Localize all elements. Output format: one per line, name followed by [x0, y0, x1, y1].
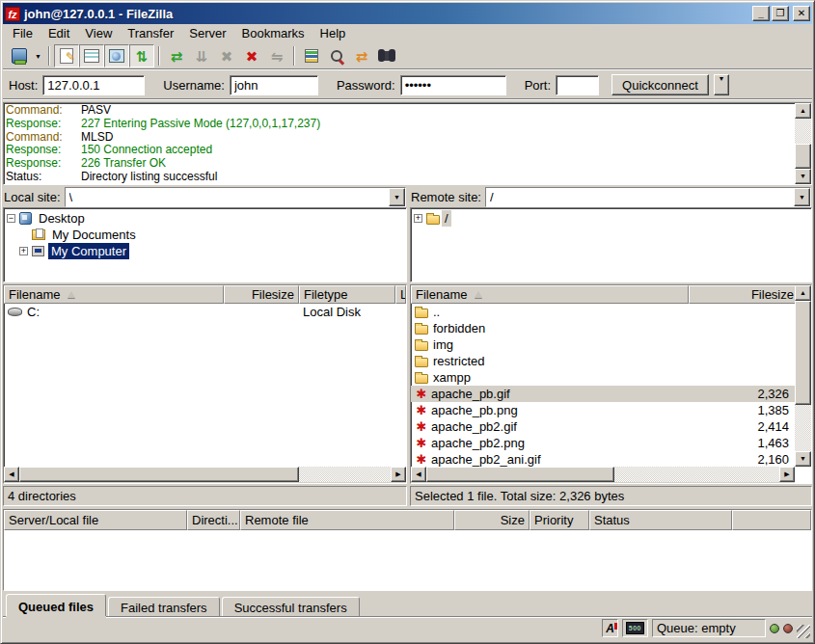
filter-button[interactable] — [299, 44, 324, 67]
remote-site-input[interactable] — [486, 188, 794, 206]
toggle-local-tree-button[interactable] — [79, 44, 104, 67]
refresh-button[interactable]: ⇄ — [164, 44, 189, 67]
scroll-up-icon[interactable]: ▲ — [795, 103, 811, 119]
toggle-queue-button[interactable]: ⇅ — [129, 44, 154, 67]
file-row[interactable]: forbidden — [411, 320, 795, 336]
port-input[interactable] — [556, 75, 599, 95]
toggle-message-log-button[interactable] — [54, 44, 79, 67]
scroll-left-icon[interactable]: ◀ — [4, 467, 19, 482]
expand-icon[interactable]: + — [414, 214, 422, 223]
tree-item-my-computer[interactable]: + My Computer — [7, 243, 406, 259]
chevron-down-icon[interactable]: ▼ — [389, 188, 405, 206]
scroll-down-icon[interactable]: ▼ — [795, 451, 811, 467]
menu-edit[interactable]: Edit — [41, 24, 77, 42]
file-row-c-drive[interactable]: C: Local Disk — [4, 304, 406, 320]
column-header-direction[interactable]: Directi... — [187, 510, 240, 530]
tree-item-root[interactable]: + / — [414, 210, 811, 227]
local-hscrollbar[interactable]: ◀ ▶ — [4, 467, 406, 483]
local-site-combo[interactable]: ▼ — [65, 187, 406, 207]
menu-server[interactable]: Server — [181, 24, 233, 42]
toolbar-separator — [48, 46, 50, 66]
menu-help[interactable]: Help — [312, 24, 354, 42]
menu-view[interactable]: View — [77, 24, 120, 42]
synchronized-browsing-button[interactable]: ⇄ — [349, 44, 374, 67]
close-button[interactable]: ✕ — [793, 6, 810, 21]
username-input[interactable] — [230, 75, 318, 95]
column-header-status[interactable]: Status — [589, 510, 732, 530]
folder-icon — [426, 215, 440, 225]
queue-body — [4, 530, 811, 590]
file-row[interactable]: .. — [411, 304, 795, 320]
directory-comparison-button[interactable] — [324, 44, 349, 67]
resize-grip[interactable] — [797, 625, 810, 638]
menu-file[interactable]: File — [5, 24, 41, 42]
site-manager-button[interactable] — [7, 44, 32, 67]
file-row[interactable]: ✱apache_pb2_ani.gif2,160 — [411, 451, 795, 467]
tab-successful-transfers[interactable]: Successful transfers — [222, 597, 360, 616]
column-header-filesize[interactable]: Filesize — [224, 285, 299, 304]
log-scrollbar[interactable]: ▲ ▼ — [795, 103, 811, 184]
folder-icon — [415, 325, 428, 335]
expand-icon[interactable]: + — [19, 247, 28, 255]
tree-item-my-documents[interactable]: My Documents — [7, 227, 406, 243]
file-row[interactable]: xampp — [411, 369, 795, 386]
cancel-operation-button[interactable]: ✖ — [214, 44, 239, 67]
scroll-thumb[interactable] — [795, 144, 811, 169]
site-manager-dropdown[interactable]: ▼ — [32, 44, 44, 67]
scroll-down-icon[interactable]: ▼ — [795, 169, 811, 184]
tab-queued-files[interactable]: Queued files — [6, 594, 106, 616]
column-header-filesize[interactable]: Filesize — [689, 285, 799, 304]
filter-icon — [305, 49, 318, 63]
remote-vscrollbar[interactable]: ▲ ▼ — [795, 285, 811, 467]
disconnect-button[interactable]: ✖ — [239, 44, 264, 67]
log-line: Response:150 Connection accepted — [6, 144, 793, 157]
column-header-filename[interactable]: Filename — [411, 285, 689, 304]
binoculars-icon — [379, 51, 394, 61]
file-row[interactable]: img — [411, 336, 795, 353]
column-header-filetype[interactable]: Filetype — [299, 285, 395, 304]
column-header-size[interactable]: Size — [454, 510, 530, 530]
scroll-thumb[interactable] — [426, 467, 614, 482]
host-input[interactable] — [42, 75, 145, 95]
column-header-lastmodified[interactable]: L — [395, 285, 406, 304]
process-queue-button[interactable]: ⇊ — [189, 44, 214, 67]
scroll-thumb[interactable] — [19, 467, 299, 482]
password-input[interactable] — [400, 75, 506, 95]
column-header-remote-file[interactable]: Remote file — [240, 510, 454, 530]
folder-icon — [415, 374, 428, 384]
menu-transfer[interactable]: Transfer — [120, 24, 181, 42]
menu-bookmarks[interactable]: Bookmarks — [234, 24, 312, 42]
minimize-button[interactable]: _ — [752, 6, 770, 21]
sort-ascending-icon — [68, 291, 75, 298]
scroll-right-icon[interactable]: ▶ — [779, 467, 795, 482]
remote-hscrollbar[interactable]: ◀ ▶ — [411, 467, 795, 483]
chevron-down-icon[interactable]: ▼ — [794, 188, 810, 206]
toggle-remote-tree-button[interactable] — [104, 44, 129, 67]
image-file-icon: ✱ — [415, 453, 428, 466]
scroll-right-icon[interactable]: ▶ — [391, 467, 406, 482]
remote-tree: + / — [410, 207, 812, 282]
column-header-server-local-file[interactable]: Server/Local file — [4, 510, 187, 530]
file-row[interactable]: ✱apache_pb.png1,385 — [411, 402, 795, 418]
collapse-icon[interactable]: − — [7, 214, 15, 223]
activity-led-red-icon — [783, 624, 793, 633]
reconnect-button[interactable]: ⇋ — [264, 44, 289, 67]
column-header-priority[interactable]: Priority — [530, 510, 589, 530]
file-row[interactable]: ✱apache_pb2.gif2,414 — [411, 418, 795, 435]
file-row[interactable]: restricted — [411, 353, 795, 369]
tree-item-desktop[interactable]: − Desktop — [7, 210, 406, 227]
quickconnect-dropdown[interactable]: ▼ — [714, 74, 729, 95]
tab-failed-transfers[interactable]: Failed transfers — [108, 597, 220, 616]
scroll-thumb[interactable] — [795, 301, 811, 405]
remote-site-combo[interactable]: ▼ — [485, 187, 811, 207]
log-line: Command:PASV — [6, 104, 793, 118]
scroll-up-icon[interactable]: ▲ — [795, 285, 811, 301]
local-site-input[interactable] — [66, 188, 389, 206]
quickconnect-button[interactable]: Quickconnect — [611, 74, 709, 95]
maximize-button[interactable]: ❐ — [772, 6, 789, 21]
file-row-selected[interactable]: ✱apache_pb.gif2,326 — [411, 386, 795, 402]
file-row[interactable]: ✱apache_pb2.png1,463 — [411, 435, 795, 451]
find-files-button[interactable] — [374, 44, 399, 67]
scroll-left-icon[interactable]: ◀ — [411, 467, 426, 482]
column-header-filename[interactable]: Filename — [4, 285, 224, 304]
